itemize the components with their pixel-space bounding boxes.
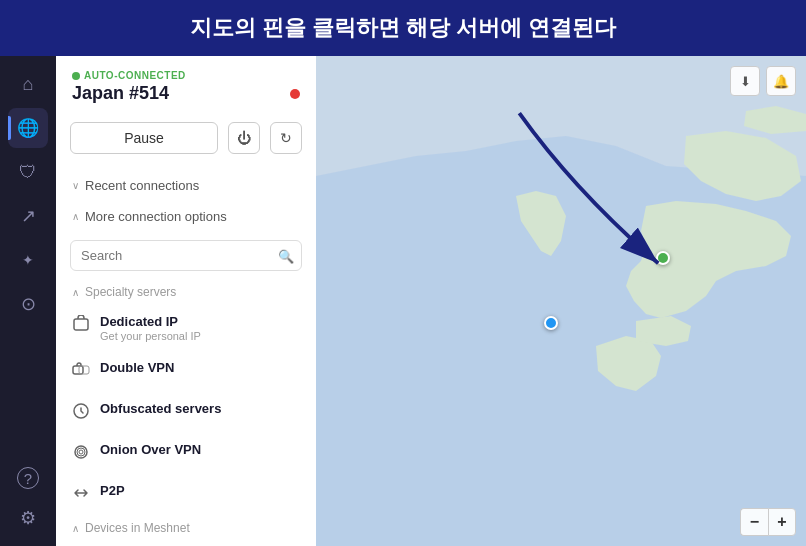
obfuscated-icon: [72, 402, 90, 424]
power-button[interactable]: ⏻: [228, 122, 260, 154]
annotation-banner: 지도의 핀을 클릭하면 해당 서버에 연결된다: [0, 0, 806, 56]
sidebar-item-settings[interactable]: ⚙: [8, 498, 48, 538]
download-button[interactable]: ⬇: [730, 66, 760, 96]
auto-connected-label: AUTO-CONNECTED: [72, 70, 300, 81]
map-area[interactable]: ⬇ 🔔 − +: [316, 56, 806, 546]
onion-item[interactable]: Onion Over VPN: [56, 433, 316, 474]
power-icon: ⏻: [237, 130, 251, 146]
double-vpn-icon: [72, 361, 90, 383]
download-icon: ⬇: [740, 74, 751, 89]
sidebar-item-connected[interactable]: ⊙: [8, 284, 48, 324]
map-zoom-controls: − +: [740, 508, 796, 536]
zoom-out-button[interactable]: −: [740, 508, 768, 536]
panel: AUTO-CONNECTED Japan #514 Pause ⏻ ↻ ∨ Re…: [56, 56, 316, 546]
server-name-row: Japan #514: [72, 83, 300, 104]
svg-point-5: [77, 448, 85, 456]
double-vpn-item[interactable]: Double VPN: [56, 351, 316, 392]
svg-rect-1: [73, 366, 83, 374]
meshnet-icon: ✦: [22, 252, 34, 268]
refresh-icon: ↻: [280, 130, 292, 146]
sidebar-item-servers[interactable]: 🌐: [8, 108, 48, 148]
shield-icon: 🛡: [19, 162, 37, 183]
pause-row: Pause ⏻ ↻: [56, 122, 316, 162]
zoom-in-button[interactable]: +: [768, 508, 796, 536]
double-vpn-content: Double VPN: [100, 360, 300, 375]
dedicated-ip-subtitle: Get your personal IP: [100, 330, 300, 342]
search-icon: 🔍: [278, 248, 294, 263]
onion-content: Onion Over VPN: [100, 442, 300, 457]
search-box: 🔍: [70, 240, 302, 271]
annotation-text: 지도의 핀을 클릭하면 해당 서버에 연결된다: [190, 13, 617, 43]
recent-connections-item[interactable]: ∨ Recent connections: [56, 170, 316, 201]
reconnect-button[interactable]: ↻: [270, 122, 302, 154]
more-options-item[interactable]: ∧ More connection options: [56, 201, 316, 232]
dedicated-ip-item[interactable]: Dedicated IP Get your personal IP: [56, 305, 316, 351]
p2p-item[interactable]: P2P: [56, 474, 316, 515]
p2p-content: P2P: [100, 483, 300, 498]
double-vpn-title: Double VPN: [100, 360, 300, 375]
meshnet-arrow-icon: ∧: [72, 523, 79, 534]
more-options-label: More connection options: [85, 209, 227, 224]
home-icon: ⌂: [23, 74, 34, 95]
pin-japan-main[interactable]: [656, 251, 670, 265]
sidebar-bottom: ? ⚙: [8, 458, 48, 538]
sidebar-item-home[interactable]: ⌂: [8, 64, 48, 104]
obfuscated-title: Obfuscated servers: [100, 401, 300, 416]
map-svg: [316, 56, 806, 546]
server-list: ∧ Specialty servers Dedicated IP Get you…: [56, 279, 316, 546]
specialty-servers-label: Specialty servers: [85, 285, 176, 299]
connected-icon: ⊙: [21, 293, 36, 315]
obfuscated-item[interactable]: Obfuscated servers: [56, 392, 316, 433]
search-input[interactable]: [70, 240, 302, 271]
help-icon: ?: [17, 467, 39, 489]
svg-rect-2: [79, 366, 89, 374]
server-name: Japan #514: [72, 83, 169, 104]
onion-icon: [72, 443, 90, 465]
map-top-controls: ⬇ 🔔: [730, 66, 796, 96]
pin-japan-south[interactable]: [544, 316, 558, 330]
p2p-icon: [72, 484, 90, 506]
dedicated-ip-icon: [72, 315, 90, 337]
meshnet-label: Devices in Meshnet: [85, 521, 190, 535]
main-container: ⌂ 🌐 🛡 ↗ ✦ ⊙ ? ⚙: [0, 56, 806, 546]
meshnet-header[interactable]: ∧ Devices in Meshnet: [56, 515, 316, 541]
status-dot: [290, 89, 300, 99]
dedicated-ip-title: Dedicated IP: [100, 314, 300, 329]
globe-icon: 🌐: [17, 117, 39, 139]
split-icon: ↗: [21, 205, 36, 227]
sidebar-item-split[interactable]: ↗: [8, 196, 48, 236]
recent-connections-label: Recent connections: [85, 178, 199, 193]
svg-rect-0: [74, 319, 88, 330]
notification-button[interactable]: 🔔: [766, 66, 796, 96]
dedicated-ip-content: Dedicated IP Get your personal IP: [100, 314, 300, 342]
sidebar-item-meshnet[interactable]: ✦: [8, 240, 48, 280]
chevron-down-icon: ∨: [72, 180, 79, 191]
auto-connected-dot: [72, 72, 80, 80]
gear-icon: ⚙: [20, 507, 36, 529]
chevron-up-icon: ∧: [72, 211, 79, 222]
p2p-title: P2P: [100, 483, 300, 498]
section-arrow-icon: ∧: [72, 287, 79, 298]
sidebar-item-help[interactable]: ?: [8, 458, 48, 498]
specialty-servers-header[interactable]: ∧ Specialty servers: [56, 279, 316, 305]
auto-connected-text: AUTO-CONNECTED: [84, 70, 186, 81]
pause-button[interactable]: Pause: [70, 122, 218, 154]
icon-sidebar: ⌂ 🌐 🛡 ↗ ✦ ⊙ ? ⚙: [0, 56, 56, 546]
onion-title: Onion Over VPN: [100, 442, 300, 457]
sidebar-item-protection[interactable]: 🛡: [8, 152, 48, 192]
bell-icon: 🔔: [773, 74, 789, 89]
svg-point-6: [79, 450, 83, 454]
panel-header: AUTO-CONNECTED Japan #514: [56, 56, 316, 112]
obfuscated-content: Obfuscated servers: [100, 401, 300, 416]
